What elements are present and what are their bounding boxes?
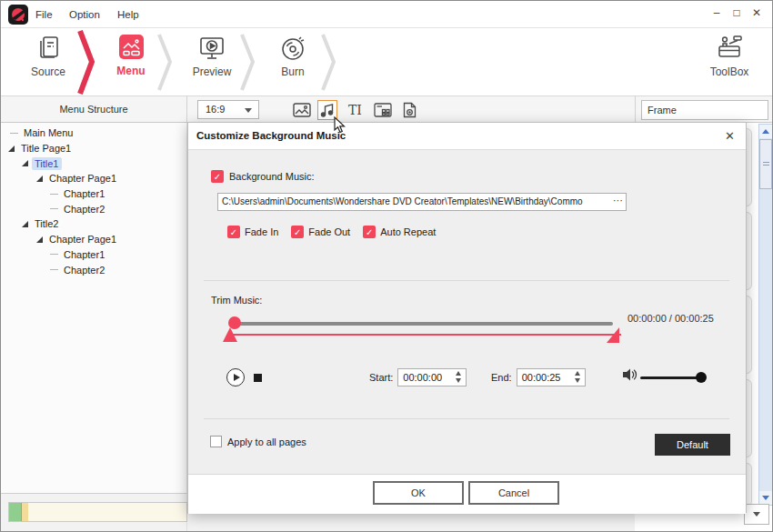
background-music-label: Background Music:: [229, 171, 315, 182]
fade-out-checkbox[interactable]: ✓: [291, 226, 304, 238]
tree-expander-icon[interactable]: [36, 236, 43, 243]
burn-icon: [261, 35, 325, 62]
nav-burn[interactable]: Burn: [261, 35, 325, 78]
template-file-icon: [402, 102, 417, 118]
main-toolbar: Source Menu: [1, 29, 772, 95]
spinner-arrows[interactable]: [575, 371, 580, 383]
trim-progress-track[interactable]: [234, 322, 613, 326]
frame-grid-button[interactable]: [373, 100, 393, 120]
start-time-spinner[interactable]: 00:00:00: [397, 368, 467, 386]
tree-item-title1[interactable]: Title1: [1, 156, 186, 171]
stop-button[interactable]: [254, 374, 262, 382]
nav-preview[interactable]: Preview: [180, 35, 244, 78]
end-time-spinner[interactable]: 00:00:25: [517, 368, 586, 386]
thumb-segment-yellow: [22, 503, 28, 521]
volume-slider-knob[interactable]: [696, 372, 707, 383]
app-window: File Option Help – □ ✕ Source: [0, 0, 773, 532]
trim-time-display: 00:00:00 / 00:00:25: [627, 313, 714, 324]
bottom-left-section: [1, 493, 187, 532]
scrollbar-thumb[interactable]: [759, 139, 772, 189]
arrow-up-icon: [575, 371, 580, 376]
trim-end-handle[interactable]: [607, 327, 619, 343]
play-button[interactable]: [226, 368, 245, 386]
tree-expander-icon[interactable]: [8, 146, 15, 152]
dialog-close-button[interactable]: ✕: [725, 129, 735, 143]
tree-item-chapter2[interactable]: Chapter2: [1, 201, 186, 216]
template-file-button[interactable]: [399, 100, 419, 120]
text-button[interactable]: TI: [346, 100, 366, 120]
fade-in-checkbox[interactable]: ✓: [227, 226, 240, 238]
arrow-down-icon: [456, 378, 461, 383]
chevron-separator-active: [77, 29, 95, 95]
menu-option[interactable]: Option: [69, 9, 100, 20]
dialog-footer: OK Cancel: [188, 474, 746, 514]
fade-in-label: Fade In: [245, 226, 278, 237]
tree-item-chapter1-b[interactable]: Chapter1: [1, 247, 186, 263]
tree-expander-icon[interactable]: [36, 176, 43, 182]
menu-bar: File Option Help – □ ✕: [1, 1, 772, 28]
template-thumbnail-strip[interactable]: [8, 502, 187, 522]
svg-text:TI: TI: [348, 103, 362, 117]
background-image-button[interactable]: [292, 100, 312, 120]
source-icon: [16, 35, 80, 62]
menu-structure-tree: Main Menu Title Page1 Title1 Chapter Pag…: [1, 123, 187, 493]
menu-help[interactable]: Help: [117, 9, 139, 20]
play-icon: [234, 374, 240, 381]
trim-start-handle[interactable]: [223, 327, 237, 342]
sub-toolbar: Menu Structure 16:9: [1, 95, 772, 123]
tree-expander-icon[interactable]: [22, 160, 28, 166]
minimize-button[interactable]: –: [708, 6, 725, 19]
auto-repeat-checkbox[interactable]: ✓: [363, 226, 376, 238]
frame-dropdown-button[interactable]: [744, 504, 769, 525]
tree-item-main-menu[interactable]: Main Menu: [1, 125, 186, 141]
tree-item-chapter-page1-b[interactable]: Chapter Page1: [1, 232, 186, 247]
customize-background-music-dialog: Customize Background Music ✕ ✓ Backgroun…: [187, 122, 747, 513]
nav-preview-label: Preview: [180, 65, 244, 78]
fade-options-row: ✓ Fade In ✓ Fade Out ✓ Auto Repeat: [227, 226, 436, 238]
background-music-checkbox[interactable]: ✓: [211, 170, 224, 183]
nav-source-label: Source: [16, 65, 80, 78]
chevron-separator: [321, 33, 337, 92]
preview-icon: [180, 35, 244, 62]
nav-toolbox[interactable]: ToolBox: [699, 35, 759, 78]
tree-item-chapter-page1[interactable]: Chapter Page1: [1, 171, 186, 186]
tree-guide: [10, 133, 18, 134]
end-label: End:: [491, 372, 512, 383]
music-path-field[interactable]: C:\Users\admin\Documents\Wondershare DVD…: [217, 193, 627, 211]
chevron-down-icon: [245, 108, 252, 113]
tree-item-title-page1[interactable]: Title Page1: [1, 141, 186, 156]
aspect-ratio-select[interactable]: 16:9: [197, 100, 259, 119]
auto-repeat-label: Auto Repeat: [380, 226, 436, 237]
background-music-row: ✓ Background Music:: [211, 170, 315, 183]
tree-item-title2[interactable]: Title2: [1, 216, 186, 232]
menu-icon: [119, 35, 144, 59]
tree-item-chapter1[interactable]: Chapter1: [1, 186, 186, 202]
end-time-value: 00:00:25: [522, 372, 561, 383]
menu-file[interactable]: File: [35, 9, 53, 20]
chevron-down-icon: [753, 512, 760, 517]
dialog-title-bar: Customize Background Music ✕: [188, 123, 746, 150]
tree-item-chapter2-b[interactable]: Chapter2: [1, 262, 186, 277]
image-icon: [293, 102, 311, 118]
nav-menu[interactable]: Menu: [99, 35, 163, 77]
tree-expander-icon[interactable]: [22, 221, 28, 227]
volume-slider-track[interactable]: [640, 376, 704, 379]
frame-select[interactable]: Frame: [641, 100, 768, 120]
divider: [204, 418, 729, 419]
ok-button[interactable]: OK: [373, 481, 464, 505]
default-button[interactable]: Default: [655, 434, 730, 456]
maximize-button[interactable]: □: [728, 6, 745, 19]
scroll-up-button[interactable]: [759, 125, 772, 138]
apply-all-checkbox[interactable]: [210, 436, 222, 447]
mouse-cursor: [334, 116, 346, 134]
browse-ellipsis-button[interactable]: ⋯: [609, 195, 623, 206]
spinner-arrows[interactable]: [456, 371, 461, 383]
nav-source[interactable]: Source: [16, 35, 80, 78]
scroll-down-button[interactable]: [759, 491, 772, 505]
chevron-separator: [157, 33, 174, 92]
arrow-up-icon: [762, 129, 769, 134]
cancel-button[interactable]: Cancel: [468, 481, 559, 505]
vertical-scrollbar[interactable]: [758, 124, 773, 506]
start-label: Start:: [369, 372, 393, 383]
close-window-button[interactable]: ✕: [748, 6, 765, 19]
